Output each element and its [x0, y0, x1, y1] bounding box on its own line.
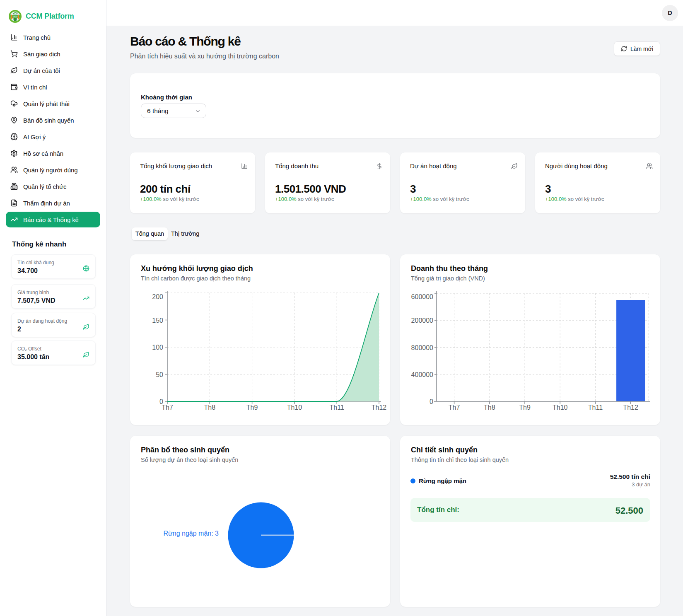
svg-text:Th11: Th11 [330, 404, 344, 411]
svg-text:Th7: Th7 [449, 404, 460, 411]
svg-text:200: 200 [152, 293, 163, 300]
svg-text:Th8: Th8 [484, 404, 495, 411]
svg-text:Th8: Th8 [204, 404, 216, 411]
svg-text:Rừng ngập mặn: 3: Rừng ngập mặn: 3 [164, 530, 219, 537]
svg-text:Th7: Th7 [162, 404, 173, 411]
svg-text:Th10: Th10 [553, 404, 568, 411]
svg-text:Th12: Th12 [623, 404, 638, 411]
svg-text:Th11: Th11 [588, 404, 603, 411]
svg-text:200000: 200000 [411, 317, 433, 324]
svg-text:100: 100 [152, 344, 163, 351]
svg-text:50: 50 [156, 371, 163, 378]
svg-text:0: 0 [430, 398, 433, 405]
svg-text:400000: 400000 [411, 371, 433, 378]
svg-text:Th10: Th10 [287, 404, 302, 411]
svg-text:Th12: Th12 [372, 404, 387, 411]
svg-text:150: 150 [152, 317, 163, 324]
svg-text:800000: 800000 [411, 344, 433, 351]
svg-text:600000: 600000 [411, 293, 433, 300]
svg-text:CO2: CO2 [13, 15, 17, 18]
svg-text:Th9: Th9 [246, 404, 258, 411]
svg-text:Th9: Th9 [519, 404, 531, 411]
